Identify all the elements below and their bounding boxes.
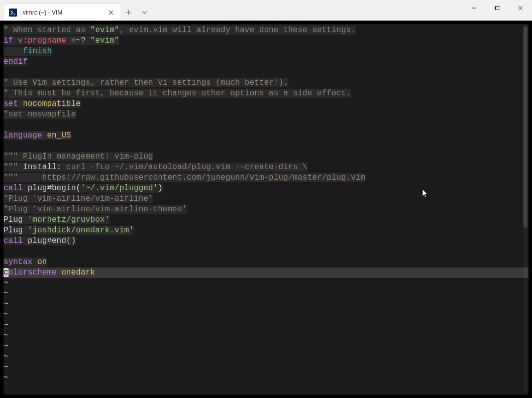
code-line: " Use Vim settings, rather then Vi setti…: [4, 78, 528, 88]
code-line: call plug#end(): [4, 236, 528, 246]
vim-editor[interactable]: " When started as "evim", evim.vim will …: [4, 24, 528, 394]
window-controls: [463, 0, 532, 16]
code-line: [4, 120, 528, 130]
powershell-icon: [9, 9, 17, 17]
code-line: " When started as "evim", evim.vim will …: [4, 25, 528, 36]
close-icon: [518, 6, 523, 11]
vim-empty-line: ~: [4, 352, 528, 362]
code-line: syntax on: [4, 257, 528, 268]
code-line: "Plug 'vim-airline/vim-airline': [4, 194, 528, 204]
tab-close-button[interactable]: [107, 8, 116, 17]
code-line: """ PlugIn management: vim-plug: [4, 152, 528, 162]
vim-empty-line: ~: [4, 289, 528, 299]
scrollbar-thumb[interactable]: [523, 26, 527, 228]
vim-cursor: c: [4, 268, 9, 277]
vim-empty-line: ~: [4, 310, 528, 320]
vim-empty-line: ~: [4, 341, 528, 352]
vim-empty-line: ~: [4, 320, 528, 331]
chevron-down-icon: [142, 10, 148, 16]
code-line: colorscheme onedark: [4, 268, 528, 278]
code-line: "set noswapfile: [4, 109, 528, 120]
window-titlebar: .vimrc (~) - VIM: [0, 0, 532, 21]
svg-rect-0: [496, 7, 499, 10]
code-line: Plug 'morhetz/gruvbox': [4, 215, 528, 225]
new-tab-button[interactable]: [121, 4, 137, 21]
close-button[interactable]: [509, 0, 532, 16]
maximize-icon: [495, 6, 500, 11]
code-line: if v:progname =~? "evim": [4, 36, 528, 46]
vim-empty-line: ~: [4, 278, 528, 289]
code-line: "Plug 'vim-airline/vim-airline-themes': [4, 204, 528, 215]
vim-empty-line: ~: [4, 373, 528, 383]
code-line: [4, 67, 528, 78]
minimize-icon: [472, 6, 477, 11]
maximize-button[interactable]: [486, 0, 509, 16]
code-line: finish: [4, 46, 528, 57]
code-line: " This must be first, because it changes…: [4, 88, 528, 99]
tab-strip: .vimrc (~) - VIM: [0, 4, 153, 21]
code-line: [4, 246, 528, 257]
code-line: Plug 'joshdick/onedark.vim': [4, 225, 528, 236]
minimize-button[interactable]: [463, 0, 486, 16]
tab-title: .vimrc (~) - VIM: [21, 9, 107, 16]
vim-empty-line: ~: [4, 331, 528, 341]
code-line: """ https://raw.githubusercontent.com/ju…: [4, 173, 528, 183]
vim-empty-line: ~: [4, 299, 528, 310]
code-line: call plug#begin('~/.vim/plugged'): [4, 183, 528, 194]
plus-icon: [126, 10, 132, 16]
code-line: language en_US: [4, 130, 528, 141]
scrollbar[interactable]: [523, 26, 527, 392]
code-line: """ Install: curl -fLo ~/.vim/autoload/p…: [4, 162, 528, 173]
code-line: [4, 141, 528, 152]
vim-empty-line: ~: [4, 362, 528, 373]
tab-dropdown-button[interactable]: [137, 4, 153, 21]
tab-active[interactable]: .vimrc (~) - VIM: [4, 4, 121, 21]
terminal-wrapper: " When started as "evim", evim.vim will …: [0, 21, 532, 398]
code-line: endif: [4, 57, 528, 67]
code-line: set nocompatible: [4, 99, 528, 109]
